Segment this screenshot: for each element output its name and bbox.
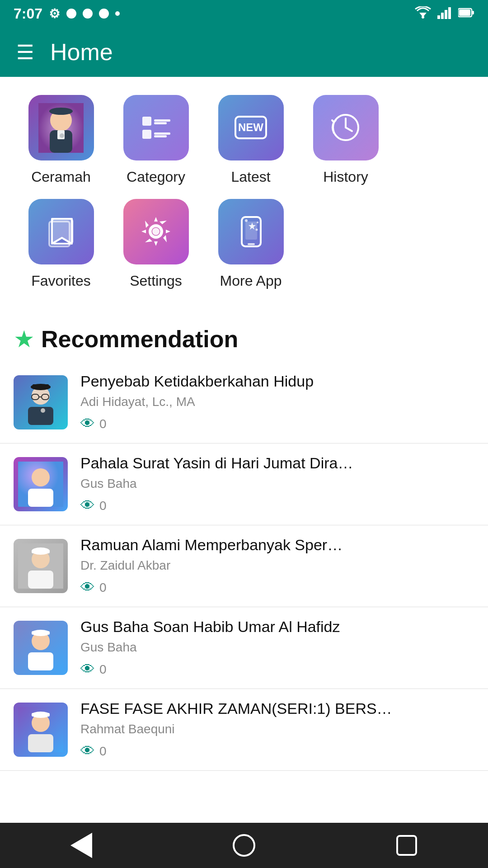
svg-rect-59	[28, 571, 53, 589]
eye-icon-1: 👁	[80, 415, 95, 432]
signal-icon	[437, 6, 452, 21]
view-count-1: 0	[99, 417, 107, 431]
star-icon: ★	[14, 326, 35, 353]
list-author-3: Dr. Zaidul Akbar	[80, 558, 474, 573]
svg-rect-61	[32, 550, 50, 553]
svg-rect-2	[437, 15, 440, 19]
svg-rect-64	[28, 652, 53, 670]
recent-apps-button[interactable]	[384, 830, 429, 861]
svg-rect-22	[154, 135, 167, 137]
svg-rect-3	[441, 13, 444, 19]
more-app-icon-box	[218, 199, 284, 264]
list-views-4: 👁 0	[80, 661, 474, 678]
history-label: History	[323, 169, 368, 185]
more-app-cell[interactable]: More App	[203, 199, 298, 289]
list-views-5: 👁 0	[80, 743, 474, 760]
gear-icon: ⚙	[49, 6, 60, 21]
list-author-2: Gus Baha	[80, 476, 474, 491]
list-title-1: Penyebab Ketidakberkahan Hidup	[80, 373, 474, 390]
recommendation-list: Penyebab Ketidakberkahan Hidup Adi Hiday…	[0, 362, 488, 771]
svg-rect-69	[28, 734, 53, 752]
list-title-4: Gus Baha Soan Habib Umar Al Hafidz	[80, 618, 474, 636]
svg-rect-66	[32, 631, 50, 635]
list-views-2: 👁 0	[80, 497, 474, 514]
thumbnail-3	[14, 539, 68, 593]
svg-point-40	[245, 219, 248, 222]
ceramah-icon-box	[28, 95, 94, 160]
recent-icon	[396, 835, 417, 856]
svg-text:NEW: NEW	[238, 121, 263, 133]
list-info-3: Ramuan Alami Memperbanyak Sper… Dr. Zaid…	[80, 536, 474, 596]
svg-point-15	[60, 133, 64, 138]
list-item[interactable]: Ramuan Alami Memperbanyak Sper… Dr. Zaid…	[0, 525, 488, 607]
battery-icon	[458, 8, 474, 19]
thumbnail-2	[14, 457, 68, 511]
list-item[interactable]: Pahala Surat Yasin di Hari Jumat Dira… G…	[0, 443, 488, 525]
home-button[interactable]	[221, 830, 267, 861]
wifi-icon	[415, 6, 431, 21]
list-views-3: 👁 0	[80, 579, 474, 596]
view-count-3: 0	[99, 580, 107, 595]
status-time: 7:07	[14, 5, 42, 22]
view-count-5: 0	[99, 744, 107, 759]
eye-icon-2: 👁	[80, 497, 95, 514]
back-button[interactable]	[59, 830, 104, 861]
list-author-5: Rahmat Baequni	[80, 722, 474, 736]
status-right	[415, 6, 474, 21]
recommendation-section-header: ★ Recommendation	[0, 312, 488, 362]
menu-icon[interactable]: ☰	[16, 41, 34, 64]
app-bar: ☰ Home	[0, 27, 488, 77]
list-item[interactable]: Gus Baha Soan Habib Umar Al Hafidz Gus B…	[0, 607, 488, 689]
app-title: Home	[50, 38, 113, 66]
svg-rect-8	[459, 9, 470, 16]
list-title-2: Pahala Surat Yasin di Hari Jumat Dira…	[80, 454, 474, 472]
settings-cell[interactable]: Settings	[108, 199, 203, 289]
svg-point-42	[255, 229, 258, 231]
circle3-icon	[99, 9, 109, 19]
list-title-3: Ramuan Alami Memperbanyak Sper…	[80, 536, 474, 554]
svg-rect-18	[154, 119, 170, 122]
favorites-cell[interactable]: Favorites	[14, 199, 108, 289]
list-info-1: Penyebab Ketidakberkahan Hidup Adi Hiday…	[80, 373, 474, 432]
svg-rect-12	[52, 109, 70, 114]
svg-point-36	[152, 228, 160, 235]
view-count-4: 0	[99, 662, 107, 677]
eye-icon-5: 👁	[80, 743, 95, 760]
more-app-label: More App	[220, 273, 282, 289]
svg-rect-7	[472, 11, 474, 14]
svg-rect-43	[248, 243, 255, 245]
ceramah-label: Ceramah	[31, 169, 91, 185]
home-icon	[233, 834, 255, 857]
list-info-5: FASE FASE AKHIR ZAMAN(SERI:1) BERS… Rahm…	[80, 700, 474, 760]
bottom-nav	[0, 823, 488, 868]
thumbnail-4	[14, 621, 68, 675]
history-cell[interactable]: History	[298, 95, 393, 185]
category-cell[interactable]: Category	[108, 95, 203, 185]
svg-rect-56	[34, 489, 47, 500]
category-label: Category	[127, 169, 185, 185]
svg-point-52	[41, 408, 45, 413]
icon-grid: Ceramah Category	[0, 77, 488, 312]
latest-cell[interactable]: NEW Latest	[203, 95, 298, 185]
eye-icon-4: 👁	[80, 661, 95, 678]
svg-rect-19	[154, 122, 167, 124]
latest-label: Latest	[231, 169, 270, 185]
settings-label: Settings	[130, 273, 182, 289]
svg-point-54	[32, 468, 50, 486]
svg-rect-20	[142, 130, 151, 139]
list-item[interactable]: Penyebab Ketidakberkahan Hidup Adi Hiday…	[0, 362, 488, 443]
svg-rect-5	[448, 7, 451, 19]
list-info-4: Gus Baha Soan Habib Umar Al Hafidz Gus B…	[80, 618, 474, 678]
svg-rect-71	[32, 713, 50, 717]
history-icon-box	[313, 95, 379, 160]
settings-icon-box	[123, 199, 189, 264]
list-item[interactable]: FASE FASE AKHIR ZAMAN(SERI:1) BERS… Rahm…	[0, 689, 488, 771]
svg-rect-16	[137, 108, 175, 147]
list-info-2: Pahala Surat Yasin di Hari Jumat Dira… G…	[80, 454, 474, 514]
svg-point-1	[422, 16, 424, 19]
status-bar: 7:07 ⚙	[0, 0, 488, 27]
ceramah-cell[interactable]: Ceramah	[14, 95, 108, 185]
svg-rect-39	[245, 222, 257, 240]
eye-icon-3: 👁	[80, 579, 95, 596]
svg-rect-17	[142, 117, 151, 126]
